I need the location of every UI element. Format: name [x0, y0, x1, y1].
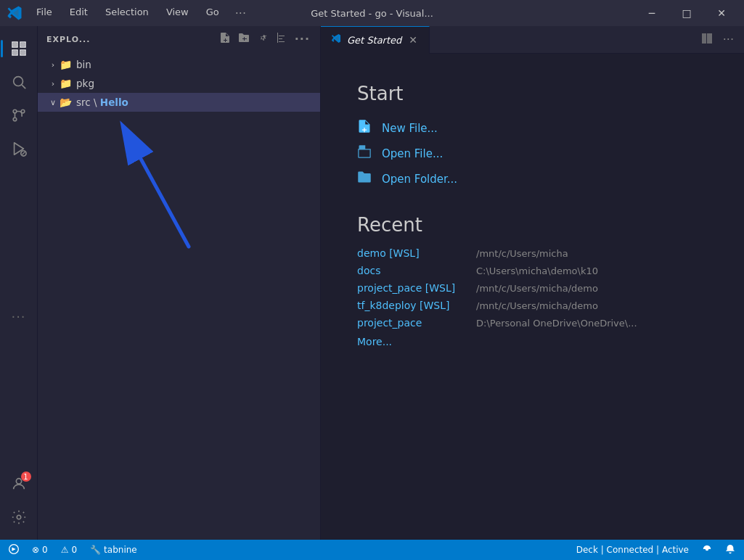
menu-more-icon[interactable]: ··· — [229, 4, 252, 23]
recent-item-4[interactable]: project_pace D:\Personal OneDrive\OneDri… — [357, 317, 708, 329]
accounts-badge: 1 — [21, 472, 31, 482]
recent-name-1: docs — [357, 265, 466, 276]
tab-bar: Get Started ✕ ··· — [321, 26, 744, 54]
chevron-right-icon: › — [46, 79, 60, 88]
open-folder-action[interactable]: Open Folder... — [357, 170, 708, 188]
new-file-action[interactable]: New File... — [357, 119, 708, 137]
start-section-title: Start — [357, 83, 708, 104]
open-file-label: Open File... — [382, 147, 443, 160]
tab-get-started[interactable]: Get Started ✕ — [321, 26, 430, 54]
svg-marker-9 — [14, 143, 23, 155]
sidebar: EXPLO... ··· › 📁 — [38, 26, 321, 540]
new-file-icon — [357, 119, 372, 137]
recent-name-2: project_pace [WSL] — [357, 282, 466, 294]
svg-point-13 — [17, 515, 21, 519]
svg-rect-2 — [21, 43, 25, 46]
menu-go[interactable]: Go — [199, 4, 226, 23]
menu-selection[interactable]: Selection — [98, 4, 156, 23]
svg-point-6 — [13, 110, 17, 113]
open-file-icon — [357, 144, 372, 162]
remote-status[interactable] — [6, 540, 22, 560]
menu-view[interactable]: View — [159, 4, 196, 23]
tree-item-bin[interactable]: › 📁 bin — [38, 55, 320, 74]
activity-search[interactable] — [4, 67, 34, 97]
new-folder-button[interactable] — [237, 30, 251, 48]
recent-name-3: tf_k8deploy [WSL] — [357, 300, 466, 311]
tree-item-pkg[interactable]: › 📁 pkg — [38, 74, 320, 93]
refresh-button[interactable] — [256, 30, 270, 48]
recent-path-3: /mnt/c/Users/micha/demo — [476, 300, 598, 311]
svg-point-8 — [13, 118, 17, 121]
recent-path-1: C:\Users\micha\demo\k10 — [476, 265, 598, 276]
warning-count[interactable]: ⚠ 0 — [58, 540, 80, 560]
folder-icon: 📁 — [60, 78, 72, 89]
warning-number: 0 — [71, 545, 77, 555]
activity-settings[interactable] — [4, 502, 34, 532]
error-number: 0 — [42, 545, 48, 555]
new-file-button[interactable] — [218, 30, 232, 48]
tabnine-label: tabnine — [104, 545, 137, 555]
activity-explorer[interactable] — [4, 33, 34, 64]
more-link[interactable]: More... — [357, 336, 708, 347]
broadcast-icon — [702, 544, 712, 556]
chevron-down-icon: ∨ — [46, 98, 60, 107]
activity-bar: ··· 1 — [0, 26, 38, 540]
tabnine-icon: 🔧 — [90, 545, 101, 555]
recent-name-4: project_pace — [357, 317, 466, 329]
file-tree: › 📁 bin › 📁 pkg ∨ 📂 src \ Hello — [38, 52, 320, 540]
get-started-content: Start New File... Open File... Open Fold… — [321, 54, 744, 540]
svg-line-11 — [22, 152, 25, 155]
sidebar-actions: ··· — [218, 30, 311, 48]
sidebar-header: EXPLO... ··· — [38, 26, 320, 52]
svg-rect-3 — [21, 51, 25, 54]
activity-more[interactable]: ··· — [4, 301, 34, 332]
folder-icon: 📁 — [60, 59, 72, 70]
recent-path-2: /mnt/c/Users/micha/demo — [476, 283, 598, 294]
activity-accounts[interactable]: 1 — [4, 469, 34, 499]
tabnine-status[interactable]: 🔧 tabnine — [87, 540, 140, 560]
error-count[interactable]: ⊗ 0 — [29, 540, 51, 560]
recent-item-2[interactable]: project_pace [WSL] /mnt/c/Users/micha/de… — [357, 282, 708, 294]
activity-run[interactable] — [4, 133, 34, 164]
minimize-button[interactable]: ─ — [635, 0, 669, 26]
tab-bar-actions: ··· — [698, 30, 744, 50]
collapse-button[interactable] — [274, 30, 289, 48]
bell-icon — [725, 544, 735, 556]
svg-line-5 — [22, 85, 25, 88]
tree-label-bin: bin — [76, 59, 91, 70]
deck-connected-status[interactable]: Deck | Connected | Active — [573, 540, 692, 560]
recent-path-4: D:\Personal OneDrive\OneDrive\... — [476, 318, 637, 329]
tab-close-button[interactable]: ✕ — [407, 33, 419, 47]
statusbar-right: Deck | Connected | Active — [573, 540, 738, 560]
folder-open-icon: 📂 — [60, 96, 72, 108]
svg-rect-1 — [13, 51, 17, 54]
main-container: ··· 1 EXPLO... — [0, 26, 744, 540]
menu-edit[interactable]: Edit — [62, 4, 95, 23]
editor-area: Get Started ✕ ··· Start New File... — [321, 26, 744, 540]
maximize-button[interactable]: □ — [670, 0, 703, 26]
deck-status-label: Deck | Connected | Active — [576, 545, 689, 555]
window-title: Get Started - go - Visual... — [311, 8, 433, 19]
vscode-tab-icon — [331, 33, 341, 46]
new-file-label: New File... — [382, 122, 438, 135]
window-controls: ─ □ ✕ — [635, 0, 738, 26]
remote-icon — [9, 544, 19, 556]
broadcast-button[interactable] — [699, 540, 715, 560]
menu-file[interactable]: File — [29, 4, 60, 23]
statusbar: ⊗ 0 ⚠ 0 🔧 tabnine Deck | Connected | Act… — [0, 540, 744, 560]
open-file-action[interactable]: Open File... — [357, 144, 708, 162]
recent-name-0: demo [WSL] — [357, 247, 466, 259]
activity-source-control[interactable] — [4, 100, 34, 131]
tree-item-src[interactable]: ∨ 📂 src \ Hello — [38, 93, 320, 112]
svg-point-4 — [13, 77, 23, 86]
recent-item-3[interactable]: tf_k8deploy [WSL] /mnt/c/Users/micha/dem… — [357, 300, 708, 311]
notifications-button[interactable] — [722, 540, 738, 560]
recent-item-0[interactable]: demo [WSL] /mnt/c/Users/micha — [357, 247, 708, 259]
close-button[interactable]: ✕ — [705, 0, 738, 26]
split-editor-button[interactable] — [698, 30, 716, 50]
sidebar-more-button[interactable]: ··· — [293, 30, 311, 48]
recent-path-0: /mnt/c/Users/micha — [476, 248, 568, 259]
warning-icon: ⚠ — [61, 545, 69, 555]
more-actions-button[interactable]: ··· — [720, 30, 737, 50]
recent-item-1[interactable]: docs C:\Users\micha\demo\k10 — [357, 265, 708, 276]
